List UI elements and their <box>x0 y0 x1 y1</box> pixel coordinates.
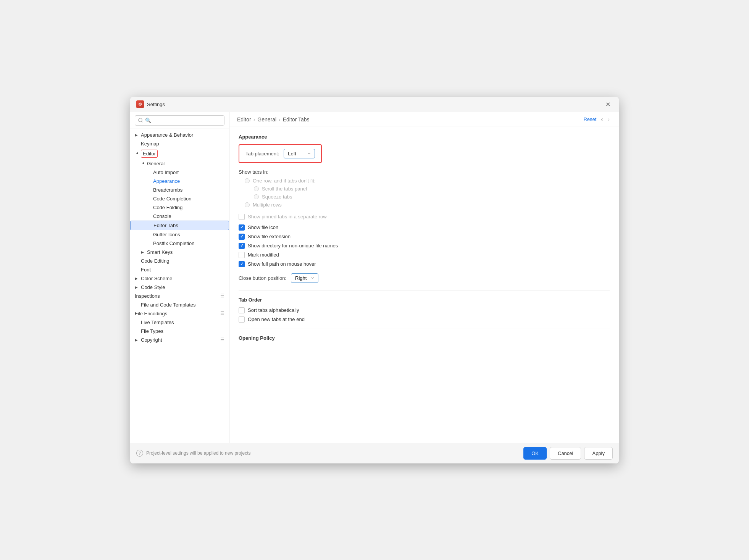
cancel-button[interactable]: Cancel <box>550 447 581 460</box>
sidebar-item-file-code-templates[interactable]: File and Code Templates <box>130 300 229 309</box>
sidebar-item-code-folding[interactable]: Code Folding <box>130 203 229 212</box>
radio-one-row-label: One row, and if tabs don't fit: <box>253 178 315 184</box>
back-button[interactable]: ‹ <box>599 116 604 123</box>
sidebar-item-appearance-behavior[interactable]: ▶ Appearance & Behavior <box>130 131 229 139</box>
sidebar-item-label: Breadcrumbs <box>153 187 182 193</box>
sidebar-item-label: Code Folding <box>153 205 182 210</box>
show-directory-checkbox[interactable] <box>239 243 245 249</box>
inspections-badge: ☰ <box>220 293 224 299</box>
checkbox-item-mark-modified: Mark modified <box>239 252 610 258</box>
close-btn-position-select[interactable]: Right Left None <box>291 273 318 283</box>
apply-button[interactable]: Apply <box>584 447 613 460</box>
search-input[interactable] <box>135 115 224 126</box>
sidebar-item-auto-import[interactable]: Auto Import <box>130 168 229 177</box>
radio-squeeze[interactable] <box>254 194 259 199</box>
sidebar-tree: ▶ Appearance & Behavior Keymap ▼ Editor <box>130 129 229 443</box>
appearance-section-title: Appearance <box>239 134 610 140</box>
radio-one-row[interactable] <box>245 178 250 183</box>
breadcrumb-sep-2: › <box>279 116 281 123</box>
sidebar-item-label: Editor Tabs <box>153 223 178 228</box>
sidebar-item-label: Auto Import <box>153 169 179 175</box>
sidebar-item-console[interactable]: Console <box>130 212 229 221</box>
app-icon: ⚙ <box>136 100 144 108</box>
sidebar-item-label: Console <box>153 213 171 219</box>
sidebar-item-editor-tabs[interactable]: Editor Tabs <box>130 221 229 230</box>
radio-scroll[interactable] <box>254 186 259 191</box>
tab-order-checkboxes: Sort tabs alphabetically Open new tabs a… <box>239 307 610 323</box>
sidebar-item-code-editing[interactable]: Code Editing <box>130 257 229 265</box>
sidebar-item-label: Code Editing <box>141 258 169 264</box>
title-bar: ⚙ Settings ✕ <box>130 97 619 112</box>
sidebar-item-label: File Encodings <box>135 311 167 316</box>
sidebar-item-copyright[interactable]: ▶ Copyright ☰ <box>130 336 229 344</box>
sidebar-item-label: File Types <box>141 328 163 334</box>
tab-order-section: Tab Order Sort tabs alphabetically Open … <box>239 297 610 323</box>
checkbox-item-show-file-icon: Show file icon <box>239 224 610 231</box>
radio-item-multiple-rows: Multiple rows <box>245 202 610 208</box>
checkbox-item-show-full-path: Show full path on mouse hover <box>239 261 610 267</box>
settings-scroll-area: Appearance Tab placement: Left Top Botto… <box>229 126 619 443</box>
sidebar-item-label: Color Scheme <box>141 276 172 281</box>
pinned-tabs-label: Show pinned tabs in a separate row <box>248 214 327 219</box>
sidebar-item-font[interactable]: Font <box>130 265 229 274</box>
radio-item-one-row: One row, and if tabs don't fit: <box>245 178 610 184</box>
checkbox-item-open-new-end: Open new tabs at the end <box>239 316 610 323</box>
sidebar-item-code-completion[interactable]: Code Completion <box>130 194 229 203</box>
footer-help-text: Project-level settings will be applied t… <box>146 450 250 456</box>
show-directory-label: Show directory for non-unique file names <box>248 243 338 249</box>
settings-dialog: ⚙ Settings ✕ ▶ Appearance & Behavior Key… <box>130 97 619 463</box>
sidebar-item-label: Appearance & Behavior <box>141 132 193 138</box>
expand-arrow: ▼ <box>141 161 145 166</box>
sidebar-item-file-types[interactable]: File Types <box>130 327 229 336</box>
sidebar-item-gutter-icons[interactable]: Gutter Icons <box>130 230 229 239</box>
sidebar-item-live-templates[interactable]: Live Templates <box>130 318 229 327</box>
show-tabs-label: Show tabs in: <box>239 169 610 175</box>
show-full-path-checkbox[interactable] <box>239 261 245 267</box>
divider-1 <box>239 290 610 291</box>
mark-modified-checkbox[interactable] <box>239 252 245 258</box>
forward-button[interactable]: › <box>606 116 611 123</box>
dialog-title: Settings <box>147 102 603 107</box>
search-box <box>130 112 229 129</box>
sidebar-item-appearance[interactable]: Appearance <box>130 177 229 186</box>
sidebar-item-keymap[interactable]: Keymap <box>130 139 229 148</box>
breadcrumb-editor: Editor <box>237 116 251 123</box>
sort-alphabetically-checkbox[interactable] <box>239 307 245 313</box>
footer-info: ? Project-level settings will be applied… <box>136 450 250 457</box>
sidebar-item-editor[interactable]: ▼ Editor <box>130 148 229 159</box>
sidebar-item-label: Code Completion <box>153 196 191 202</box>
radio-multiple-rows[interactable] <box>245 202 250 207</box>
tab-order-title: Tab Order <box>239 297 610 303</box>
close-button[interactable]: ✕ <box>603 100 613 109</box>
sidebar-item-code-style[interactable]: ▶ Code Style <box>130 283 229 292</box>
help-icon[interactable]: ? <box>136 450 143 457</box>
sidebar-item-color-scheme[interactable]: ▶ Color Scheme <box>130 274 229 283</box>
close-btn-label: Close button position: <box>239 275 286 281</box>
sidebar-item-label: Smart Keys <box>147 249 173 255</box>
sidebar-item-label: General <box>147 161 165 166</box>
tab-placement-select[interactable]: Left Top Bottom Right None <box>284 149 315 158</box>
sort-alphabetically-label: Sort tabs alphabetically <box>248 307 299 313</box>
checkbox-item-sort-alphabetically: Sort tabs alphabetically <box>239 307 610 313</box>
pinned-tabs-checkbox[interactable] <box>239 214 245 220</box>
expand-arrow: ▶ <box>141 250 145 254</box>
opening-policy-section: Opening Policy <box>239 335 610 341</box>
ok-button[interactable]: OK <box>523 447 547 460</box>
footer: ? Project-level settings will be applied… <box>130 443 619 463</box>
open-new-end-label: Open new tabs at the end <box>248 316 305 322</box>
sidebar-item-postfix-completion[interactable]: Postfix Completion <box>130 239 229 248</box>
reset-button[interactable]: Reset <box>583 116 596 122</box>
file-encodings-badge: ☰ <box>220 311 224 316</box>
sidebar-item-breadcrumbs[interactable]: Breadcrumbs <box>130 186 229 194</box>
header-controls: Reset ‹ › <box>583 116 611 123</box>
sidebar-item-inspections[interactable]: Inspections ☰ <box>130 292 229 300</box>
open-new-end-checkbox[interactable] <box>239 316 245 323</box>
expand-arrow: ▶ <box>135 338 139 342</box>
show-file-extension-checkbox[interactable] <box>239 234 245 240</box>
sidebar-item-general[interactable]: ▼ General <box>130 159 229 168</box>
sidebar-item-file-encodings[interactable]: File Encodings ☰ <box>130 309 229 318</box>
sidebar-item-smart-keys[interactable]: ▶ Smart Keys <box>130 248 229 257</box>
nav-arrows: ‹ › <box>599 116 611 123</box>
show-file-icon-checkbox[interactable] <box>239 224 245 231</box>
sidebar-item-label: Code Style <box>141 284 165 290</box>
